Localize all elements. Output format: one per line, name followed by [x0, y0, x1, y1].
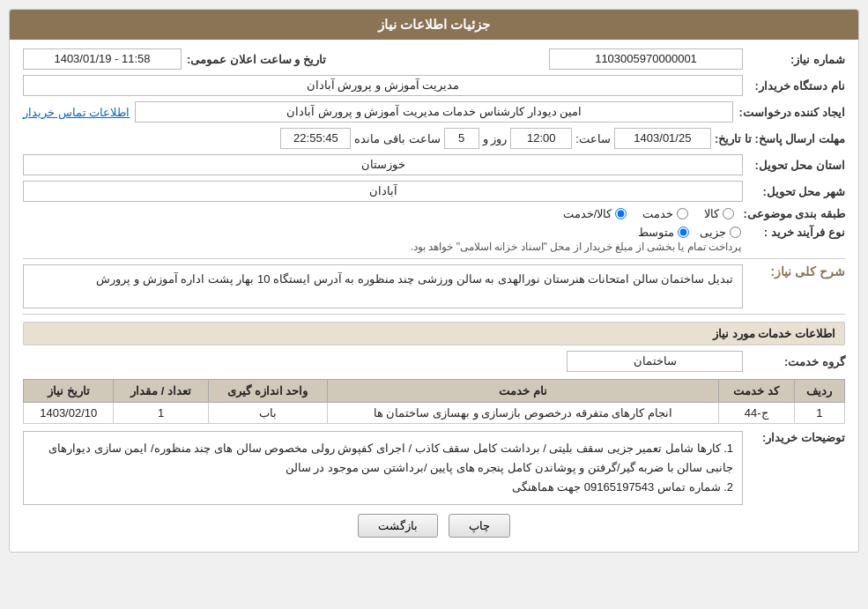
page-title: جزئیات اطلاعات نیاز: [10, 10, 858, 40]
divider2: [23, 314, 845, 315]
radio-kala-input[interactable]: [723, 208, 734, 219]
col-radif: ردیف: [794, 380, 844, 403]
shomara-row: شماره نیاز: 1103005970000001 تاریخ و ساع…: [23, 48, 845, 70]
chap-button[interactable]: چاپ: [449, 514, 510, 538]
radio-kala-khadamat[interactable]: کالا/خدمت: [563, 207, 627, 220]
roz-label: روز و: [483, 132, 508, 145]
ijad-konande-value: امین دیودار کارشناس خدمات مدیریت آموزش و…: [135, 101, 733, 123]
ostan-row: استان محل تحویل: خوزستان: [23, 154, 845, 175]
date-value: 1403/01/25: [614, 128, 711, 149]
shahr-value: آبادان: [23, 181, 743, 202]
shomara-niyaz-value: 1103005970000001: [549, 48, 743, 70]
tozih-value: 1. کارها شامل تعمیر جزیی سقف بلیتی / برد…: [23, 431, 743, 505]
grooh-khadamat-label: گروه خدمت:: [748, 355, 845, 368]
shahr-row: شهر محل تحویل: آبادان: [23, 181, 845, 202]
ijad-konande-row: ایجاد کننده درخواست: امین دیودار کارشناس…: [23, 101, 845, 123]
button-row: چاپ بازگشت: [23, 514, 845, 538]
services-table: ردیف کد خدمت نام خدمت واحد اندازه گیری ت…: [23, 379, 845, 424]
cell-kod: ج-44: [718, 403, 794, 424]
grooh-khadamat-row: گروه خدمت: ساختمان: [23, 351, 845, 372]
tozih-row: توضیحات خریدار: 1. کارها شامل تعمیر جزیی…: [23, 431, 845, 505]
sharh-row: شرح کلی نیاز: تبدیل ساختمان سالن امتحانا…: [23, 264, 845, 308]
radio-motovaset-label: متوسط: [638, 226, 674, 239]
radio-kala-khadamat-label: کالا/خدمت: [563, 207, 612, 220]
khadamat-section-title: اطلاعات خدمات مورد نیاز: [23, 322, 845, 345]
tarikh-elaan-label: تاریخ و ساعت اعلان عمومی:: [187, 53, 326, 66]
radio-jozi[interactable]: جزیی: [700, 226, 741, 239]
col-vahed: واحد اندازه گیری: [208, 380, 327, 403]
radio-kala-khadamat-input[interactable]: [615, 208, 627, 219]
mohlat-row: مهلت ارسال پاسخ: تا تاریخ: 1403/01/25 سا…: [23, 128, 845, 149]
ostan-value: خوزستان: [23, 154, 743, 175]
radio-khadamat[interactable]: خدمت: [642, 207, 688, 220]
saat-value: 12:00: [510, 128, 572, 149]
sharh-value: تبدیل ساختمان سالن امتحانات هنرستان نورا…: [23, 264, 743, 308]
services-table-section: ردیف کد خدمت نام خدمت واحد اندازه گیری ت…: [23, 379, 845, 424]
grooh-khadamat-value: ساختمان: [567, 351, 743, 372]
bazgasht-button[interactable]: بازگشت: [358, 514, 438, 538]
cell-radif: 1: [794, 403, 844, 424]
col-tarikh: تاریخ نیاز: [24, 380, 114, 403]
shomara-niyaz-label: شماره نیاز:: [748, 53, 845, 66]
cell-tedad: 1: [114, 403, 208, 424]
tozih-label: توضیحات خریدار:: [748, 431, 845, 444]
radio-jozi-input[interactable]: [730, 227, 741, 238]
sharh-label: شرح کلی نیاز:: [748, 264, 845, 279]
col-tedad: تعداد / مقدار: [114, 380, 208, 403]
cell-vahed: باب: [208, 403, 327, 424]
ostan-label: استان محل تحویل:: [748, 159, 845, 172]
baghimande-value: 22:55:45: [280, 128, 351, 149]
mohlat-label: مهلت ارسال پاسخ: تا تاریخ:: [715, 132, 845, 145]
tarikh-elaan-value: 1403/01/19 - 11:58: [23, 48, 182, 70]
ijad-konande-label: ایجاد کننده درخواست:: [738, 106, 845, 119]
table-body: 1ج-44انجام کارهای متفرقه درخصوص بازسازی …: [24, 403, 845, 424]
col-nam: نام خدمت: [327, 380, 718, 403]
saat-label: ساعت:: [575, 132, 611, 145]
tabaghebandi-group: کالا خدمت کالا/خدمت: [563, 207, 735, 220]
cell-tarikh: 1403/02/10: [24, 403, 114, 424]
nam-dastgah-row: نام دستگاه خریدار: مدیریت آموزش و پرورش …: [23, 75, 845, 96]
nooe-farayand-desc: پرداخت تمام یا بخشی از مبلغ خریدار از مح…: [411, 241, 741, 253]
radio-kala[interactable]: کالا: [704, 207, 734, 220]
radio-kala-label: کالا: [704, 207, 719, 220]
nooe-farayand-label: نوع فرآیند خرید :: [748, 226, 845, 239]
radio-khadamat-input[interactable]: [677, 208, 688, 219]
shahr-label: شهر محل تحویل:: [748, 185, 845, 198]
radio-motovaset-input[interactable]: [678, 227, 689, 238]
divider1: [23, 258, 845, 259]
roz-value: 5: [444, 128, 479, 149]
radio-jozi-label: جزیی: [700, 226, 726, 239]
main-card: جزئیات اطلاعات نیاز شماره نیاز: 11030059…: [9, 9, 859, 553]
baghimande-label: ساعت باقی مانده: [354, 132, 440, 145]
nam-dastgah-value: مدیریت آموزش و پرورش آبادان: [23, 75, 743, 96]
ijad-konande-link[interactable]: اطلاعات تماس خریدار: [23, 106, 130, 119]
nooe-farayand-row: نوع فرآیند خرید : جزیی متوسط پرداخت تمام…: [23, 226, 845, 253]
col-kod: کد خدمت: [718, 380, 794, 403]
tabaghebandi-row: طبقه بندی موضوعی: کالا خدمت کالا/خدمت: [23, 207, 845, 220]
cell-nam: انجام کارهای متفرقه درخصوص بازسازی و بهس…: [327, 403, 718, 424]
table-row: 1ج-44انجام کارهای متفرقه درخصوص بازسازی …: [24, 403, 845, 424]
radio-motovaset[interactable]: متوسط: [638, 226, 689, 239]
nam-dastgah-label: نام دستگاه خریدار:: [748, 79, 845, 93]
radio-khadamat-label: خدمت: [642, 207, 673, 220]
tabaghebandi-label: طبقه بندی موضوعی:: [743, 207, 845, 220]
process-options: جزیی متوسط: [411, 226, 741, 239]
